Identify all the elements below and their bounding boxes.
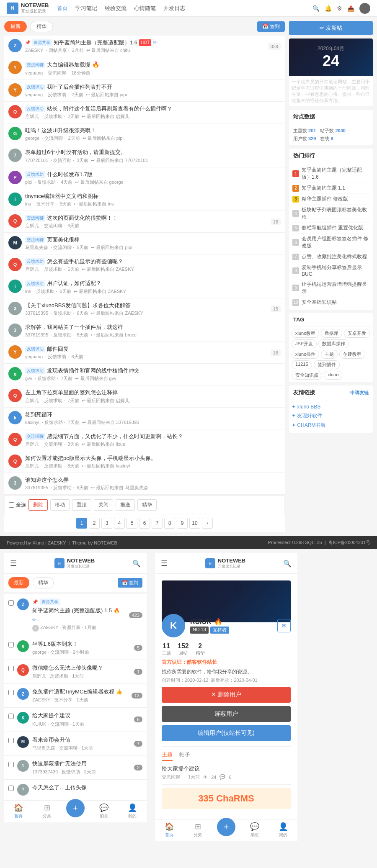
mobile-post-title[interactable]: 坐等1.6版本到来！ — [32, 640, 131, 648]
mobile-nav-category-r[interactable]: ⊞ 分类 — [183, 822, 212, 840]
select-all-checkbox[interactable] — [9, 502, 14, 508]
page-next[interactable]: › — [202, 518, 213, 529]
list-item[interactable]: 5侧栏导航组插件 重置优化版 — [292, 223, 369, 234]
mobile-search-icon-right[interactable]: 🔍 — [283, 560, 292, 568]
post-title[interactable]: 📌 资源共享 知乎蓝简约主题（完整适配版）1.6 HOT ✏ — [25, 39, 265, 46]
settings-icon[interactable]: ⚙ — [337, 5, 342, 12]
tag-item[interactable]: 安卓开发 — [344, 329, 370, 338]
message-button[interactable]: ✉ — [277, 619, 291, 632]
mobile-post-title[interactable]: 微信端怎么无法上传头像呢？ — [32, 664, 131, 672]
post-title[interactable]: 如何设置才能把pc版显示大头像，手机端显示小头像。 — [25, 455, 281, 462]
post-title[interactable]: 反馈求助 用户认证，如何适配？ — [25, 280, 281, 287]
mobile-nav-profile-r[interactable]: 👤 我的 — [269, 822, 297, 840]
post-title[interactable]: 交流闲聊 页面美化很棒 — [25, 236, 281, 244]
tag-item[interactable]: xluno插件 — [292, 350, 319, 359]
profile-tab-topics[interactable]: 主题 — [162, 751, 173, 761]
post-tag[interactable]: 反馈求助 — [25, 280, 45, 287]
page-2[interactable]: 2 — [89, 518, 100, 529]
post-title[interactable]: 反馈求助 我吐了后台插件列表打不开 — [25, 83, 281, 91]
tag-item[interactable]: xluno教程 — [292, 329, 319, 338]
nav-journal[interactable]: 心情随笔 — [134, 5, 156, 12]
tag-item[interactable]: 主题 — [321, 350, 338, 359]
list-item[interactable]: 6会员用户组图标签签名插件 修改版 — [292, 234, 369, 252]
post-title[interactable]: 反馈求助 什么时候发布1.7版 — [25, 171, 281, 178]
list-item[interactable]: 1知乎蓝简约主题（完整适配版）1.6 — [292, 165, 369, 183]
mobile-post-title[interactable]: 兔兔插件适配TinyMCE编辑器教程 👍 — [32, 688, 128, 696]
post-checkbox[interactable] — [8, 600, 14, 606]
post-checkbox[interactable] — [8, 642, 14, 647]
delete-button[interactable]: 删除 — [28, 499, 48, 511]
post-checkbox[interactable] — [8, 690, 14, 695]
profile-tab-posts[interactable]: 帖子 — [179, 751, 190, 761]
mobile-sign-button[interactable]: 📅 签到 — [118, 578, 142, 588]
page-3[interactable]: 3 — [101, 518, 112, 529]
add-icon[interactable]: + — [66, 799, 85, 817]
post-title[interactable]: 反馈求助 发现表情插件和官网的线中核插件冲突 — [25, 367, 281, 375]
mobile-nav-add[interactable]: + — [61, 803, 90, 822]
post-tag[interactable]: 反馈求助 — [25, 105, 45, 112]
post-tag[interactable]: 反馈求助 — [25, 171, 45, 178]
mobile-search-icon[interactable]: 🔍 — [132, 560, 141, 568]
list-item[interactable]: 9让手机端运营后增增强提醒显示 — [292, 279, 369, 297]
page-8[interactable]: 8 — [164, 518, 175, 529]
tab-latest[interactable]: 最新 — [4, 21, 27, 32]
page-1[interactable]: 1 — [76, 518, 87, 529]
post-tag[interactable]: 交流闲聊 — [25, 215, 45, 221]
hamburger-icon-right[interactable]: ☰ — [161, 559, 168, 568]
post-title[interactable]: 交流闲聊 这次的页面优化的很赞啊！！ — [25, 214, 267, 222]
delete-user-button[interactable]: ✕ 删除用户 — [162, 687, 291, 703]
page-7[interactable]: 7 — [152, 518, 163, 529]
list-item[interactable]: 7点赞、收藏批注美化样式教程 — [292, 252, 369, 262]
edit-user-button[interactable]: 编辑用户(仅站长可见) — [162, 725, 291, 741]
mobile-post-title[interactable]: 给大家提个建议 — [32, 712, 131, 719]
tag-item[interactable]: 数据库 — [321, 329, 342, 338]
pin-button[interactable]: 置顶 — [72, 499, 91, 511]
mobile-nav-profile[interactable]: 👤 我的 — [118, 803, 147, 822]
featured-button[interactable]: 精华 — [137, 499, 157, 511]
add-icon-r[interactable]: + — [217, 818, 235, 836]
share-icon[interactable]: 📤 — [347, 5, 354, 12]
post-checkbox[interactable] — [8, 714, 14, 719]
post-title[interactable]: 交流闲聊 大白编辑器加载慢 🔥 — [25, 61, 281, 69]
tag-item[interactable]: 数据库操作 — [318, 339, 349, 348]
mobile-tab-featured[interactable]: 精华 — [33, 577, 54, 588]
tag-item[interactable]: JSP开发 — [292, 339, 317, 348]
post-tag[interactable]: 反馈求助 — [25, 367, 45, 374]
post-checkbox[interactable] — [8, 786, 14, 791]
nav-devlog[interactable]: 开发日志 — [163, 5, 185, 12]
mobile-logo[interactable]: N NOTEWEB 开发成长记录 — [21, 557, 128, 569]
post-title[interactable]: tinymce编辑器中文文档和图标 — [25, 193, 281, 200]
post-tag[interactable]: 交流闲聊 — [25, 433, 45, 440]
mobile-nav-home-r[interactable]: 🏠 首页 — [155, 822, 183, 840]
mobile-post-title[interactable]: 快速屏蔽插件无法使用 — [32, 760, 131, 768]
mobile-logo-right[interactable]: N NOTEWEB 开发成长记录 — [172, 557, 279, 569]
hamburger-icon[interactable]: ☰ — [10, 559, 17, 568]
close-button[interactable]: 关闭 — [94, 499, 113, 511]
sign-button[interactable]: 📅 签到 — [257, 21, 285, 32]
user-avatar[interactable] — [359, 3, 370, 14]
friend-link-item[interactable]: ✦ 友现好软件 — [292, 411, 370, 421]
post-checkbox[interactable] — [8, 666, 14, 671]
page-5[interactable]: 5 — [127, 518, 137, 529]
post-title[interactable]: 左上角下拉菜单里面的签到怎么注释掉 — [25, 389, 281, 396]
list-item[interactable]: 3精华主题插件 修改版 — [292, 194, 369, 205]
post-title[interactable]: 反馈求助 邮件回复 — [25, 345, 267, 353]
post-title[interactable]: 表单超过6个小时没有活动，请重新提交。 — [25, 149, 281, 156]
post-title[interactable]: 求解答，我网站关了一个插件后，就这样 — [25, 324, 281, 331]
mobile-nav-messages-r[interactable]: 💬 消息 — [240, 822, 269, 840]
list-item[interactable]: 8复制手机端分享标签后显示BUG — [292, 262, 369, 279]
page-9[interactable]: 9 — [177, 518, 188, 529]
profile-post-title[interactable]: 给大家提个建议 — [162, 765, 291, 773]
edit-icon[interactable]: ✏ — [153, 39, 158, 46]
tag-item[interactable]: 安全知识点 — [292, 371, 322, 380]
mobile-nav-messages[interactable]: 💬 消息 — [90, 803, 118, 822]
post-tag[interactable]: 反馈求助 — [25, 258, 45, 265]
post-new-button[interactable]: ✏ 发新帖 — [289, 21, 373, 35]
tag-item[interactable]: 11215 — [292, 360, 312, 369]
mobile-post-title[interactable]: 📌 资源共享 知乎蓝简约主题 (完整适配版) 1.5 🔥 ✏ — [32, 598, 126, 623]
post-title[interactable]: 交流闲聊 感觉细节方面，又优化了不少，什么时间更新啊，站长？ — [25, 433, 281, 440]
search-icon[interactable]: 🔍 — [312, 5, 320, 12]
apply-link-btn[interactable]: 申请友链 — [350, 390, 369, 396]
post-checkbox[interactable] — [8, 762, 14, 767]
page-10[interactable]: 10 — [189, 518, 200, 529]
